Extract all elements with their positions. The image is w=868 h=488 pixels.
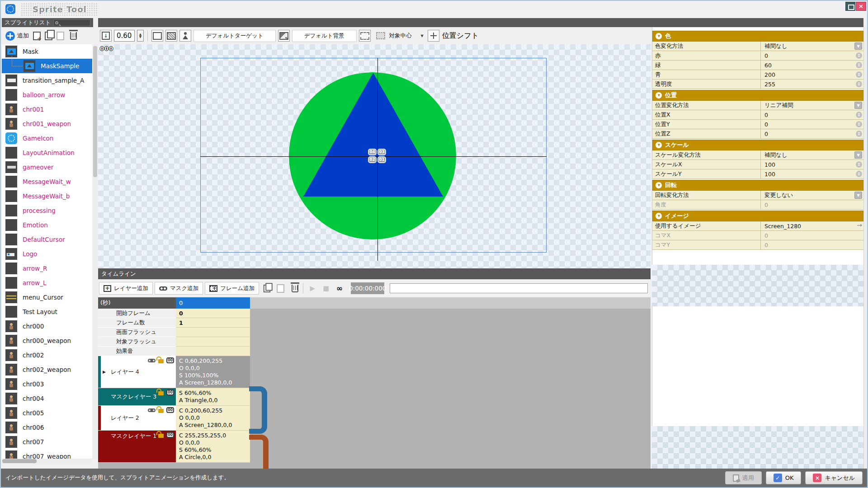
info-row-value[interactable] <box>176 337 250 347</box>
scrollbar-thumb[interactable] <box>2 459 37 463</box>
delete-sprite-icon[interactable] <box>70 32 77 40</box>
list-item[interactable]: chr003 <box>2 377 92 391</box>
paste-sprite-icon[interactable] <box>57 32 64 40</box>
selected-frame-column[interactable]: 0 <box>176 297 250 309</box>
property-row[interactable]: 角度 0 <box>652 200 863 210</box>
section-header-color[interactable]: 色 <box>652 31 863 42</box>
add-layer-button[interactable]: レイヤー追加 <box>99 282 153 295</box>
layer-badge[interactable]: 02 <box>368 156 377 163</box>
list-item[interactable]: Test Layout <box>2 305 92 319</box>
property-value[interactable]: 0 <box>761 202 863 208</box>
timeline-info-row[interactable]: フレーム数 1 <box>98 318 651 328</box>
restore-window-button[interactable] <box>845 2 855 11</box>
section-header-scale[interactable]: スケール <box>652 140 863 150</box>
timeline-info-row[interactable]: 開始フレーム 0 <box>98 309 651 318</box>
property-row[interactable]: 回転変化方法 変更しない <box>652 191 863 200</box>
layer-label-cell[interactable]: マスクレイヤー 3 00 <box>98 388 176 406</box>
layer-badge[interactable]: 01 <box>377 156 386 163</box>
bounds-toggle-button[interactable] <box>359 30 371 42</box>
target-center-dropdown[interactable]: 対象中心 ▼ <box>373 30 425 42</box>
keyframe-value-cell[interactable]: C 255,255,255,0 O 0,0,0 S 60%,60% A Circ… <box>176 431 250 463</box>
collapse-icon[interactable] <box>656 142 662 148</box>
property-value[interactable]: 0 <box>761 131 863 137</box>
timeline-info-row[interactable]: 画面フラッシュ <box>98 328 651 337</box>
paste-frame-button[interactable] <box>274 282 286 294</box>
list-item[interactable]: Logo <box>2 247 92 261</box>
property-row[interactable]: 位置X 0 <box>652 110 863 120</box>
expand-arrow-icon[interactable] <box>103 370 106 374</box>
property-row[interactable]: 位置Z 0 <box>652 129 863 139</box>
property-value[interactable]: 100 <box>761 171 863 178</box>
spin-down-icon[interactable]: ▼ <box>139 36 142 38</box>
loop-button[interactable]: ∞ <box>334 282 345 294</box>
property-row[interactable]: 使用するイメージ Screen_1280 <box>652 221 863 231</box>
list-item[interactable]: chr007 <box>2 435 92 449</box>
list-item[interactable]: chr006 <box>2 420 92 435</box>
list-item[interactable]: MessageWait_b <box>2 189 92 203</box>
property-control-icon[interactable] <box>856 161 862 168</box>
layer-badge[interactable]: 03 <box>377 149 386 155</box>
property-value[interactable]: 補間なし <box>761 151 863 159</box>
visibility-goggles-icon[interactable] <box>148 359 156 362</box>
add-frame-button[interactable]: フレーム追加 <box>205 282 259 295</box>
list-item[interactable]: gameover <box>2 160 92 174</box>
cancel-button[interactable]: × キャンセル <box>805 471 863 484</box>
list-item[interactable]: chr001_weapon <box>2 117 92 131</box>
property-value[interactable]: 0 <box>761 232 863 239</box>
property-row[interactable]: 緑 60 <box>652 61 863 70</box>
apply-button[interactable]: 適用 <box>725 471 762 484</box>
layer-label-cell[interactable]: マスクレイヤー 1 00 <box>98 431 176 463</box>
property-control-icon[interactable] <box>856 71 862 78</box>
unlock-icon[interactable] <box>158 434 164 438</box>
properties-scrollbar[interactable] <box>863 27 868 469</box>
edit-background-image-button[interactable] <box>278 30 290 42</box>
property-control-icon[interactable] <box>856 81 862 87</box>
list-item[interactable]: Emotion <box>2 218 92 232</box>
zoom-spinner[interactable]: ▲▼ <box>137 30 144 42</box>
property-value[interactable]: Screen_1280 <box>761 223 863 230</box>
property-control-icon[interactable] <box>854 42 862 50</box>
section-header-image[interactable]: イメージ <box>652 211 863 221</box>
animation-canvas[interactable]: 000 04030201 <box>98 44 651 268</box>
property-control-icon[interactable] <box>856 62 862 68</box>
timeline-info-row[interactable]: 効果音 <box>98 347 651 356</box>
property-row[interactable]: スケール変化方法 補間なし <box>652 150 863 160</box>
property-row[interactable]: コマX 0 <box>652 231 863 240</box>
timeline-layer-row[interactable]: レイヤー 2 00 C 0,200,60,255 O 0,0,0 A Scree… <box>98 406 651 431</box>
list-item[interactable]: chr007_weapon <box>2 449 92 459</box>
list-item[interactable]: menu_Cursor <box>2 290 92 305</box>
list-item[interactable]: processing <box>2 203 92 218</box>
collapse-icon[interactable] <box>656 92 662 99</box>
sprite-list-vertical-scrollbar[interactable] <box>93 44 98 459</box>
ok-button[interactable]: ✓ OK <box>766 471 802 484</box>
timeline-layer-row[interactable]: レイヤー 4 00 C 0,60,200,255 O 0,0,0 S 100%,… <box>98 356 651 388</box>
list-item[interactable]: MessageWait_w <box>2 174 92 189</box>
play-button[interactable]: ▶ <box>307 282 318 294</box>
scrollbar-thumb[interactable] <box>93 46 97 177</box>
property-control-icon[interactable] <box>856 171 862 177</box>
property-value[interactable]: 0 <box>761 121 863 128</box>
list-item[interactable]: chr000 <box>2 319 92 333</box>
stop-button[interactable]: ■ <box>320 282 332 294</box>
list-item[interactable]: transition_sample_A <box>2 73 92 88</box>
delete-frame-button[interactable] <box>288 282 300 294</box>
property-control-icon[interactable] <box>856 121 862 127</box>
timeline-scrub-bar[interactable] <box>390 283 648 293</box>
info-row-value[interactable]: 0 <box>176 309 250 318</box>
frame-toggle-button[interactable] <box>151 30 163 42</box>
property-control-icon[interactable] <box>854 192 862 199</box>
list-item[interactable]: balloon_arrow <box>2 88 92 102</box>
property-value[interactable]: 100 <box>761 161 863 168</box>
property-value[interactable]: 変更しない <box>761 192 863 199</box>
duplicate-sprite-icon[interactable] <box>33 32 41 40</box>
keyframe-value-cell[interactable]: C 0,60,200,255 O 0,0,0 S 100%,100% A Scr… <box>176 356 250 388</box>
timeline-layer-row[interactable]: マスクレイヤー 1 00 C 255,255,255,0 O 0,0,0 S 6… <box>98 431 651 463</box>
add-mask-button[interactable]: マスク追加 <box>155 282 203 295</box>
visibility-goggles-icon[interactable] <box>148 408 156 412</box>
list-item[interactable]: chr004 <box>2 391 92 406</box>
property-control-icon[interactable] <box>854 102 862 109</box>
title-bar[interactable]: Sprite Tool × <box>1 1 867 18</box>
property-value[interactable]: 0 <box>761 112 863 118</box>
property-row[interactable]: 色変化方法 補間なし <box>652 42 863 51</box>
info-row-value[interactable] <box>176 347 250 356</box>
